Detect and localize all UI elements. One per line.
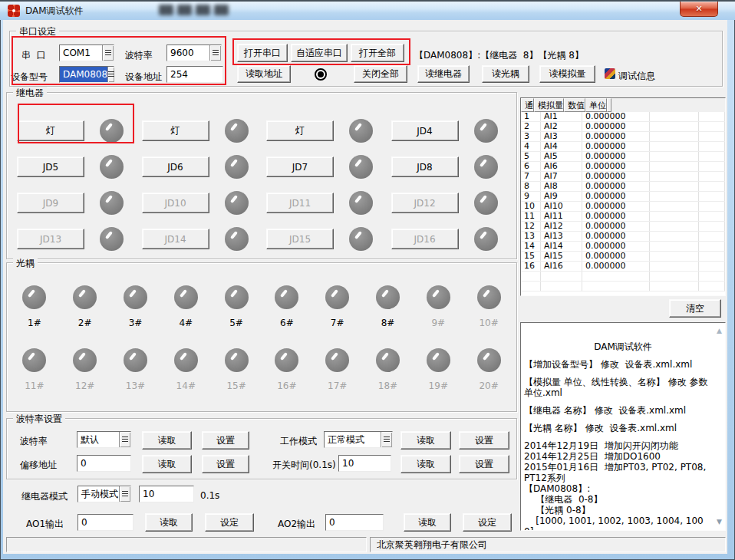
combo-dropdown-icon[interactable] [102, 45, 114, 61]
open-serial-label: 打开串口 [244, 47, 281, 60]
relay-button-label: JD8 [417, 162, 432, 173]
opto-channel-label: 2# [78, 318, 92, 328]
device-address-value: 254 [170, 69, 188, 80]
table-row[interactable]: 2 AI2 0.000000 [521, 122, 725, 132]
cell-unit [650, 192, 699, 201]
table-row[interactable]: 6 AI6 0.000000 [521, 162, 725, 172]
scroll-up-icon[interactable]: ▲ [717, 328, 722, 334]
analog-table-header-cell[interactable]: 单位 [585, 98, 607, 112]
work-mode-select[interactable]: 正常模式 [324, 431, 393, 448]
cell-unit [650, 132, 699, 141]
relay-button[interactable]: 灯 [266, 120, 334, 141]
combo-dropdown-icon[interactable] [107, 67, 114, 82]
table-row[interactable] [521, 282, 725, 292]
table-row[interactable]: 4 AI4 0.000000 [521, 142, 725, 152]
cell-name: AI1 [541, 112, 582, 121]
combo-dropdown-icon[interactable] [119, 486, 130, 502]
relay-button[interactable]: 灯 [17, 120, 84, 141]
relay-button[interactable]: JD12 [391, 193, 459, 213]
offset-read-button[interactable]: 读取 [142, 455, 192, 473]
switch-time-input[interactable]: 10 [338, 455, 391, 472]
read-analog-button[interactable]: 读模拟量 [539, 65, 595, 83]
opto-channel-label: 8# [381, 318, 395, 328]
baud-set-button[interactable]: 设置 [202, 431, 249, 450]
read-relay-button[interactable]: 读继电器 [417, 65, 470, 83]
ao1-set-button[interactable]: 设定 [205, 513, 254, 532]
serial-port-select[interactable]: COM1 [59, 44, 114, 61]
cell-extra [699, 192, 725, 201]
offset-address-input[interactable]: 0 [77, 455, 131, 472]
table-row[interactable]: 13 AI13 0.000000 [521, 232, 725, 242]
table-row[interactable]: 9 AI9 0.000000 [521, 192, 725, 202]
relay-button[interactable]: JD14 [142, 229, 209, 249]
info-line: 2014年12月25日 增加DO1600 [524, 451, 710, 462]
relay-button[interactable]: JD8 [391, 156, 459, 177]
relay-button[interactable]: JD9 [17, 193, 84, 213]
relay-cell: JD14 [142, 221, 267, 257]
table-row[interactable]: 8 AI8 0.000000 [521, 182, 725, 192]
relay-button[interactable]: JD15 [266, 229, 334, 249]
close-button[interactable]: ✕ [680, 2, 718, 17]
relay-mode-select[interactable]: 手动模式 [77, 486, 131, 502]
read-opto-label: 读光耦 [492, 68, 519, 81]
relay-button[interactable]: JD4 [391, 120, 459, 141]
switch-time-read-button[interactable]: 读取 [400, 455, 451, 473]
relay-button[interactable]: JD13 [17, 229, 84, 249]
analog-table-header-cell[interactable]: 通 [521, 98, 534, 112]
table-row[interactable]: 11 AI11 0.000000 [521, 212, 725, 222]
device-address-input[interactable]: 254 [166, 66, 223, 83]
read-address-button[interactable]: 读取地址 [237, 65, 291, 83]
ao2-input[interactable]: 0 [325, 514, 384, 531]
clear-button[interactable]: 清空 [669, 299, 721, 318]
relay-button[interactable]: JD11 [266, 193, 334, 213]
open-all-button[interactable]: 打开全部 [351, 44, 404, 62]
table-row[interactable]: 5 AI5 0.000000 [521, 152, 725, 162]
baud-read-label: 读取 [158, 434, 176, 447]
relay-button[interactable]: 灯 [142, 120, 209, 141]
relay-button[interactable]: JD6 [142, 156, 209, 177]
opto-cell: 9# [427, 282, 450, 345]
table-row[interactable]: 3 AI3 0.000000 [521, 132, 725, 142]
work-mode-read-button[interactable]: 读取 [400, 431, 451, 450]
table-row[interactable]: 10 AI10 0.000000 [521, 202, 725, 212]
offset-set-button[interactable]: 设置 [202, 455, 249, 473]
relay-button[interactable]: JD7 [266, 156, 334, 177]
table-row[interactable]: 14 AI14 0.000000 [521, 242, 725, 252]
ao2-read-button[interactable]: 读取 [404, 513, 451, 532]
combo-dropdown-icon[interactable] [381, 432, 392, 447]
table-row[interactable]: 16 AI16 0.000000 [521, 262, 725, 272]
switch-time-set-button[interactable]: 设置 [459, 455, 509, 473]
relay-button[interactable]: JD5 [17, 156, 84, 177]
relay-button[interactable]: JD10 [142, 193, 209, 213]
analog-table-header-cell[interactable] [607, 98, 611, 112]
baud-read-button[interactable]: 读取 [142, 431, 192, 450]
opto-cell: 17# [325, 345, 349, 408]
table-row[interactable]: 7 AI7 0.000000 [521, 172, 725, 182]
open-serial-button[interactable]: 打开串口 [237, 44, 288, 62]
analog-table-header-cell[interactable]: 模拟量 [534, 98, 564, 112]
table-row[interactable]: 12 AI12 0.000000 [521, 222, 725, 232]
baud-select[interactable]: 默认 [77, 431, 131, 448]
read-opto-button[interactable]: 读光耦 [482, 65, 529, 83]
table-row[interactable]: 1 AI1 0.000000 [521, 112, 725, 122]
combo-dropdown-icon[interactable] [209, 45, 221, 61]
relay-cell: JD16 [391, 221, 516, 257]
ao2-set-button[interactable]: 设定 [463, 513, 512, 532]
ao1-input[interactable]: 0 [77, 514, 133, 531]
baud-rate-select[interactable]: 9600 [166, 44, 222, 61]
close-all-button[interactable]: 关闭全部 [354, 65, 407, 83]
device-model-select[interactable]: DAM0808 [59, 66, 114, 83]
relay-knob-icon [100, 191, 124, 215]
table-row[interactable] [521, 272, 725, 282]
work-mode-set-button[interactable]: 设置 [459, 431, 509, 450]
ao1-read-button[interactable]: 读取 [145, 513, 193, 532]
scroll-down-icon[interactable]: ▼ [717, 519, 722, 525]
combo-dropdown-icon[interactable] [119, 432, 130, 447]
opto-knob-icon [376, 285, 400, 309]
table-row[interactable]: 15 AI15 0.000000 [521, 252, 725, 262]
relay-button[interactable]: JD16 [391, 229, 459, 249]
adaptive-serial-button[interactable]: 自适应串口 [291, 44, 348, 62]
analog-table-header-cell[interactable]: 数值 [564, 98, 585, 112]
cell-value: 0.000000 [582, 162, 650, 171]
relay-mode-time-input[interactable]: 10 [139, 486, 194, 502]
